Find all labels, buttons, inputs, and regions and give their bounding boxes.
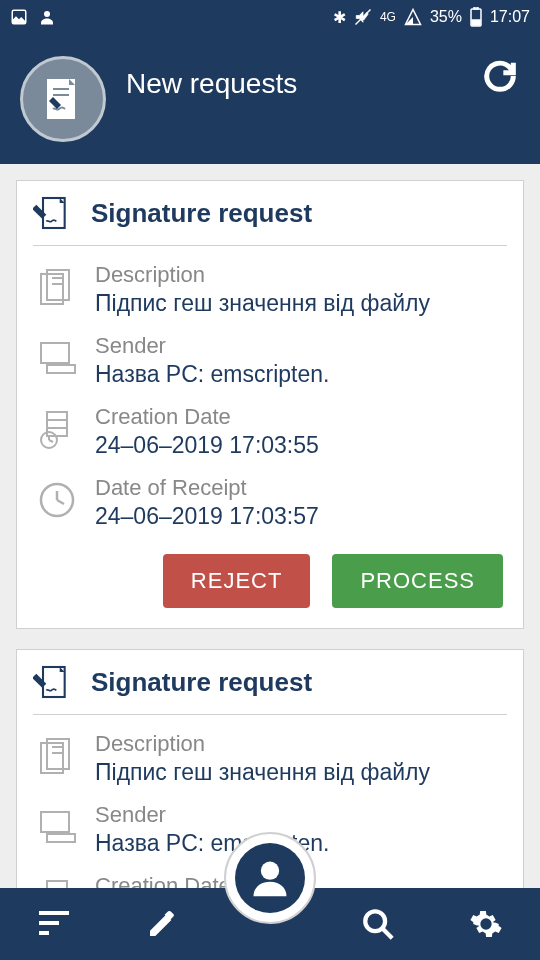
bluetooth-icon: ✱ [333, 8, 346, 27]
status-bar: ✱ 4G 35% 17:07 [0, 0, 540, 34]
description-row: Description Підпис геш значення від файл… [33, 262, 507, 317]
description-value: Підпис геш значення від файлу [95, 759, 507, 786]
refresh-button[interactable] [480, 56, 520, 96]
battery-icon [470, 7, 482, 27]
request-card: Signature request Description Підпис геш… [16, 180, 524, 629]
sender-label: Sender [95, 802, 507, 828]
process-button[interactable]: PROCESS [332, 554, 503, 608]
description-row: Description Підпис геш значення від файл… [33, 731, 507, 786]
receipt-row: Date of Receipt 24–06–2019 17:03:57 [33, 475, 507, 530]
svg-point-40 [261, 862, 279, 880]
creation-row: Creation Date 24–06–2019 17:03:55 [33, 404, 507, 459]
person-icon [38, 8, 56, 26]
signal-icon [404, 8, 422, 26]
svg-line-22 [49, 440, 53, 442]
card-title: Signature request [91, 667, 312, 698]
app-header: New requests [0, 34, 540, 164]
svg-rect-34 [47, 881, 67, 888]
reject-button[interactable]: REJECT [163, 554, 311, 608]
description-label: Description [95, 731, 507, 757]
clock-time: 17:07 [490, 8, 530, 26]
sort-button[interactable] [0, 909, 108, 939]
page-title: New requests [126, 68, 297, 100]
header-logo-icon [20, 56, 106, 142]
clock-icon [38, 481, 76, 519]
image-icon [10, 8, 28, 26]
signature-icon [33, 662, 73, 702]
computer-icon [37, 808, 77, 844]
server-clock-icon [39, 410, 75, 450]
svg-line-25 [57, 500, 64, 504]
svg-rect-5 [472, 20, 480, 25]
svg-rect-32 [47, 834, 75, 842]
signature-icon [33, 193, 73, 233]
settings-button[interactable] [432, 907, 540, 941]
svg-point-44 [365, 911, 385, 931]
server-clock-icon [39, 879, 75, 888]
document-icon [39, 737, 75, 777]
description-label: Description [95, 262, 507, 288]
creation-value: 24–06–2019 17:03:55 [95, 432, 507, 459]
sender-row: Sender Назва PC: emscripten. [33, 333, 507, 388]
receipt-label: Date of Receipt [95, 475, 507, 501]
search-button[interactable] [324, 907, 432, 941]
svg-rect-15 [47, 365, 75, 373]
svg-line-45 [382, 928, 392, 938]
document-icon [39, 268, 75, 308]
mute-icon [354, 8, 372, 26]
sender-label: Sender [95, 333, 507, 359]
battery-percent: 35% [430, 8, 462, 26]
profile-fab[interactable] [224, 832, 316, 924]
creation-label: Creation Date [95, 404, 507, 430]
svg-rect-4 [474, 7, 478, 9]
svg-rect-31 [41, 812, 69, 832]
network-type: 4G [380, 10, 396, 24]
receipt-value: 24–06–2019 17:03:57 [95, 503, 507, 530]
card-title: Signature request [91, 198, 312, 229]
computer-icon [37, 339, 77, 375]
description-value: Підпис геш значення від файлу [95, 290, 507, 317]
svg-rect-14 [41, 343, 69, 363]
sender-value: Назва PC: emscripten. [95, 361, 507, 388]
edit-button[interactable] [108, 908, 216, 940]
content-area: Signature request Description Підпис геш… [0, 164, 540, 888]
svg-point-1 [44, 11, 50, 17]
